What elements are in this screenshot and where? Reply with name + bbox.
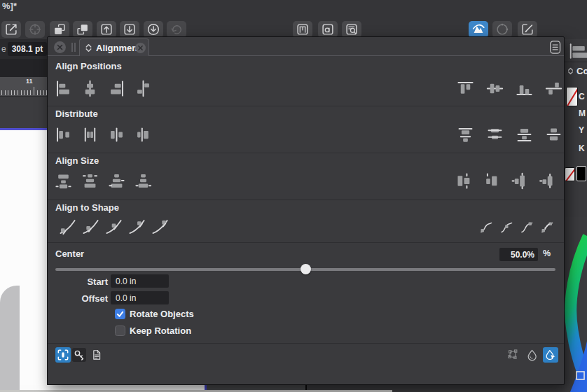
window-title-fragment: %]* bbox=[2, 1, 17, 11]
move-to-back-button[interactable] bbox=[120, 21, 139, 38]
section-title: Align Positions bbox=[55, 61, 122, 71]
distribute-left-button[interactable] bbox=[54, 125, 73, 144]
fill-swatch-black[interactable] bbox=[576, 166, 586, 181]
align-left-button[interactable] bbox=[54, 79, 73, 98]
shape-pos-quarter-button[interactable] bbox=[81, 217, 100, 236]
docked-panel-strip: Co C M Y K bbox=[565, 39, 587, 392]
center-value-field[interactable]: 50.0% bbox=[499, 248, 538, 261]
rotate-objects-checkbox[interactable] bbox=[115, 309, 125, 319]
align-center-h-button[interactable] bbox=[81, 79, 99, 98]
tab-close-icon[interactable] bbox=[135, 43, 146, 53]
export-icon bbox=[4, 22, 19, 37]
stroke-width-value[interactable]: 308.1 pt bbox=[8, 42, 47, 56]
start-field[interactable]: 0.0 in bbox=[111, 274, 169, 288]
ruler-tick bbox=[37, 90, 38, 95]
rotate-objects-row[interactable]: Rotate Objects bbox=[115, 309, 194, 319]
align-top-button[interactable] bbox=[456, 79, 475, 98]
align-shape-icon bbox=[525, 348, 539, 362]
colour-tab-label: Co bbox=[576, 66, 587, 76]
vector-brush-button[interactable] bbox=[469, 21, 488, 38]
tab-alignment[interactable]: Alignment bbox=[79, 38, 149, 56]
divider bbox=[48, 200, 564, 200]
duplicate-back-button[interactable] bbox=[73, 21, 92, 38]
curve-pos-end-button[interactable] bbox=[519, 220, 534, 235]
document-mode-icon bbox=[90, 348, 104, 362]
center-slider-thumb[interactable] bbox=[301, 264, 311, 274]
channel-label-k: K bbox=[579, 144, 587, 153]
selection-bounds-icon bbox=[56, 348, 70, 362]
distribute-right-group bbox=[456, 125, 563, 144]
distribute-right-button[interactable] bbox=[107, 125, 126, 144]
preview-button[interactable] bbox=[342, 21, 361, 38]
keep-rotation-checkbox[interactable] bbox=[115, 326, 125, 336]
align-shape-button[interactable] bbox=[525, 347, 540, 363]
partial-align-icon bbox=[569, 42, 587, 60]
align-sides-v-button[interactable] bbox=[544, 79, 563, 98]
text-frame-icon bbox=[320, 22, 336, 37]
align-shape-arrow-icon bbox=[544, 348, 558, 362]
move-to-front-button[interactable] bbox=[97, 21, 116, 38]
distribute-gaps-h-button[interactable] bbox=[134, 125, 153, 144]
align-positions-right-group bbox=[456, 79, 563, 98]
distribute-bottom-button[interactable] bbox=[515, 125, 534, 144]
panel-header: Alignment bbox=[48, 37, 564, 56]
export-button[interactable] bbox=[1, 21, 21, 38]
no-fill-swatch[interactable] bbox=[566, 87, 578, 106]
margins-button[interactable] bbox=[293, 21, 312, 38]
align-size-bottom-button[interactable] bbox=[134, 172, 153, 190]
shape-pos-start-button[interactable] bbox=[58, 217, 77, 236]
keep-rotation-row[interactable]: Keep Rotation bbox=[115, 326, 191, 336]
distribute-middle-v-button[interactable] bbox=[485, 125, 504, 144]
alignment-panel: Alignment Align Positions Distribute Ali… bbox=[47, 36, 565, 385]
align-shape-arrow-button[interactable] bbox=[543, 347, 558, 363]
horizontal-ruler[interactable]: 11 bbox=[0, 77, 47, 97]
align-right-button[interactable] bbox=[107, 79, 126, 98]
curve-pos-custom-button[interactable] bbox=[539, 220, 555, 235]
edit-shape-button[interactable] bbox=[518, 21, 537, 38]
duplicate-front-icon bbox=[52, 22, 67, 37]
shape-pos-three-quarter-button[interactable] bbox=[127, 217, 146, 236]
panel-close-button[interactable] bbox=[54, 41, 66, 53]
panel-drag-handle[interactable] bbox=[71, 43, 76, 52]
application-window: %]* e 308.1 pt 11 Co C M Y K bbox=[0, 0, 587, 392]
ruler-tick bbox=[40, 90, 41, 95]
align-size-center-v-button[interactable] bbox=[81, 172, 99, 190]
align-bottom-button[interactable] bbox=[515, 79, 534, 98]
start-label: Start bbox=[62, 276, 108, 287]
divider bbox=[565, 62, 587, 62]
offset-field[interactable]: 0.0 in bbox=[111, 291, 169, 304]
curve-pos-start-button[interactable] bbox=[478, 220, 494, 235]
align-middle-v-button[interactable] bbox=[485, 79, 504, 98]
context-bar-strip bbox=[0, 59, 47, 77]
stroke-swatch-none[interactable] bbox=[565, 167, 575, 181]
shape-circle-button bbox=[492, 21, 512, 38]
distribute-top-button[interactable] bbox=[456, 125, 475, 144]
shape-pos-end-button[interactable] bbox=[151, 217, 170, 236]
align-size-middle-v-button[interactable] bbox=[107, 172, 126, 190]
align-size-left-button[interactable] bbox=[455, 172, 474, 190]
move-down-button[interactable] bbox=[144, 21, 163, 38]
panel-menu-button[interactable] bbox=[549, 39, 562, 55]
duplicate-back-icon bbox=[75, 22, 90, 37]
align-size-middle-h-button[interactable] bbox=[509, 172, 528, 190]
duplicate-front-button[interactable] bbox=[50, 21, 69, 38]
align-sides-h-button[interactable] bbox=[134, 79, 153, 98]
distribute-left-group bbox=[54, 125, 153, 144]
tab-colour[interactable]: Co bbox=[566, 66, 587, 76]
align-size-top-button[interactable] bbox=[54, 172, 73, 190]
key-object-button[interactable] bbox=[72, 348, 86, 362]
selection-bounds-button[interactable] bbox=[55, 347, 71, 363]
ruler-tick bbox=[5, 90, 6, 95]
align-nodes-button[interactable] bbox=[505, 347, 520, 363]
distribute-center-h-button[interactable] bbox=[81, 125, 99, 144]
shape-pos-center-button[interactable] bbox=[104, 217, 123, 236]
align-size-center-h-button[interactable] bbox=[482, 172, 501, 190]
align-to-shape-right-group bbox=[478, 220, 555, 235]
curve-pos-mid-button[interactable] bbox=[499, 220, 514, 235]
text-frame-button[interactable] bbox=[318, 21, 338, 38]
margins-icon bbox=[295, 22, 310, 37]
align-size-right-button[interactable] bbox=[537, 172, 555, 190]
document-mode-button[interactable] bbox=[89, 347, 104, 363]
move-down-icon bbox=[146, 22, 161, 37]
distribute-gaps-v-button[interactable] bbox=[544, 125, 563, 144]
